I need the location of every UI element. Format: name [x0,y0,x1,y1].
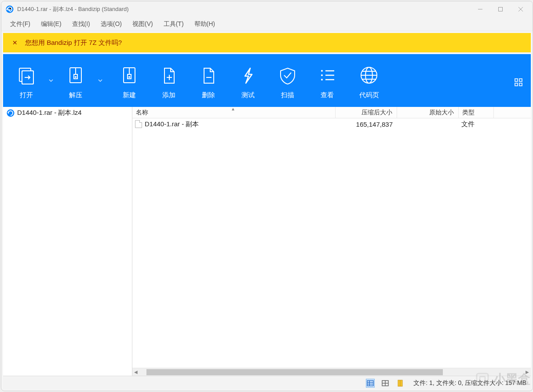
extract-label: 解压 [69,91,82,99]
notification-close-button[interactable]: ✕ [5,39,25,46]
status-bar: 文件: 1, 文件夹: 0, 压缩文件大小: 157 MB [3,376,531,390]
svg-rect-33 [515,83,518,86]
file-name: D1440-1.rar - 副本 [145,120,199,128]
svg-rect-34 [519,83,522,86]
status-view-icons [366,379,405,388]
column-type[interactable]: 类型 [459,107,494,118]
window-title: D1440-1.rar - 副本.lz4 - Bandizip (Standar… [17,5,470,13]
svg-point-16 [129,77,130,77]
app-icon [6,5,14,13]
delete-label: 删除 [202,91,215,99]
test-button[interactable]: 测试 [228,59,268,103]
extract-dropdown[interactable] [95,59,105,103]
titlebar: D1440-1.rar - 副本.lz4 - Bandizip (Standar… [1,1,533,17]
sort-arrow-icon: ▲ [231,107,235,111]
view-icon [318,62,336,88]
view-icons-icon[interactable] [396,379,405,388]
view-button[interactable]: 查看 [307,59,347,103]
menu-file[interactable]: 文件(F) [5,18,36,30]
view-details-icon[interactable] [381,379,390,388]
svg-rect-31 [515,79,518,81]
svg-point-12 [75,77,76,77]
tree-root-item[interactable]: D1440-1.rar - 副本.lz4 [3,107,132,119]
notification-message: 您想用 Bandizip 打开 7Z 文件吗? [25,39,122,47]
open-label: 打开 [20,91,33,99]
add-label: 添加 [162,91,175,99]
tree-panel: D1440-1.rar - 副本.lz4 [3,107,132,376]
add-icon [160,62,178,88]
test-icon [241,62,256,88]
svg-point-20 [321,70,323,72]
archive-icon [7,109,15,117]
menubar: 文件(F) 编辑(E) 查找(I) 选项(O) 视图(V) 工具(T) 帮助(H… [1,17,533,31]
codepage-icon [359,62,379,88]
svg-rect-37 [367,381,373,386]
menu-options[interactable]: 选项(O) [95,18,127,30]
open-icon [17,62,36,88]
list-header: ▲ 名称 压缩后大小 原始大小 类型 [132,107,531,118]
add-button[interactable]: 添加 [149,59,189,103]
horizontal-scrollbar[interactable]: ◀ ▶ [132,368,531,376]
file-type: 文件 [459,120,494,128]
maximize-button[interactable] [490,2,511,16]
svg-point-24 [321,79,323,81]
status-text: 文件: 1, 文件夹: 0, 压缩文件大小: 157 MB [413,379,526,387]
open-button[interactable]: 打开 [7,59,46,103]
scan-button[interactable]: 扫描 [268,59,307,103]
menu-help[interactable]: 帮助(H) [189,18,220,30]
main-area: D1440-1.rar - 副本.lz4 ▲ 名称 压缩后大小 原始大小 类型 … [3,107,531,376]
scroll-thumb[interactable] [146,369,443,375]
view-list-icon[interactable] [366,379,375,388]
list-item[interactable]: D1440-1.rar - 副本 165,147,837 文件 [132,118,531,130]
svg-rect-32 [519,79,522,81]
test-label: 测试 [241,91,255,99]
toolbar: 打开 解压 新建 添加 删除 [3,54,531,107]
menu-edit[interactable]: 编辑(E) [36,18,67,30]
file-compressed-size: 165,147,837 [336,121,397,128]
column-original[interactable]: 原始大小 [397,107,459,118]
new-icon [120,62,139,88]
codepage-label: 代码页 [359,91,379,99]
list-body[interactable]: D1440-1.rar - 副本 165,147,837 文件 [132,118,531,368]
menu-find[interactable]: 查找(I) [67,18,95,30]
scroll-right-icon[interactable]: ▶ [524,370,531,374]
file-icon [135,120,142,128]
scroll-left-icon[interactable]: ◀ [132,370,139,374]
new-label: 新建 [123,91,136,99]
delete-icon [200,62,217,88]
menu-tools[interactable]: 工具(T) [158,18,189,30]
tree-root-label: D1440-1.rar - 副本.lz4 [17,109,82,117]
toolbar-grid-toggle[interactable] [510,75,527,86]
menu-view[interactable]: 视图(V) [127,18,158,30]
extract-button[interactable]: 解压 [56,59,95,103]
svg-rect-3 [499,7,503,11]
delete-button[interactable]: 删除 [189,59,228,103]
scan-icon [278,62,297,88]
codepage-button[interactable]: 代码页 [347,59,391,103]
file-list: ▲ 名称 压缩后大小 原始大小 类型 D1440-1.rar - 副本 165,… [132,107,531,376]
extract-icon [66,62,85,88]
svg-point-22 [321,74,323,76]
notification-bar: ✕ 您想用 Bandizip 打开 7Z 文件吗? [3,33,531,52]
app-window: D1440-1.rar - 副本.lz4 - Bandizip (Standar… [1,1,533,391]
new-button[interactable]: 新建 [110,59,149,103]
close-button[interactable] [511,2,531,16]
view-label: 查看 [321,91,334,99]
open-dropdown[interactable] [46,59,56,103]
scan-label: 扫描 [281,91,294,99]
minimize-button[interactable] [470,2,490,16]
column-compressed[interactable]: 压缩后大小 [336,107,397,118]
